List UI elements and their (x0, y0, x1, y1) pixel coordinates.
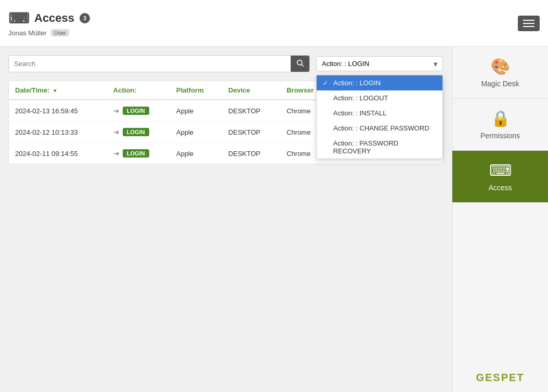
hamburger-line-3 (523, 26, 534, 27)
col-action-label: Action: (113, 86, 137, 94)
col-action: Action: (107, 81, 170, 100)
cell-action-0: ➜ LOGIN (107, 100, 170, 122)
app-header: ⌨ Access 3 Jonas Müller User (0, 0, 548, 47)
toolbar: Action: : LOGIN Action: : LOGOUT Action:… (8, 55, 443, 72)
cell-device-1: DESKTOP (222, 122, 280, 143)
dropdown-item-change-password[interactable]: Action: : CHANGE PASSWORD (317, 121, 442, 136)
hamburger-line-1 (523, 20, 534, 21)
dropdown-item-logout[interactable]: Action: : LOGOUT (317, 90, 442, 106)
cell-platform-1: Apple (170, 122, 222, 143)
notification-badge: 3 (80, 13, 90, 23)
login-badge-1: LOGIN (123, 128, 149, 136)
login-badge-0: LOGIN (123, 107, 149, 115)
cell-device-2: DESKTOP (222, 143, 280, 164)
dropdown-install-label: Action: : INSTALL (333, 109, 386, 117)
main-layout: Action: : LOGIN Action: : LOGOUT Action:… (0, 47, 548, 392)
check-icon: ✓ (323, 80, 330, 87)
sidebar-item-permissions[interactable]: 🔒 Permissions (452, 99, 548, 151)
login-arrow-icon-1: ➜ (113, 128, 120, 136)
dropdown-logout-label: Action: : LOGOUT (333, 94, 388, 102)
svg-line-1 (302, 64, 304, 67)
sort-icon: ▼ (53, 88, 58, 94)
action-filter-wrapper: Action: : LOGIN Action: : LOGOUT Action:… (316, 56, 443, 71)
header-left: ⌨ Access 3 Jonas Müller User (8, 10, 90, 37)
access-keyboard-icon: ⌨ (489, 161, 512, 179)
search-input[interactable] (9, 57, 291, 71)
sidebar-item-access[interactable]: ⌨ Access (452, 151, 548, 203)
app-title: Access (34, 11, 74, 25)
col-device-label: Device (228, 86, 250, 94)
action-dropdown: ✓ Action: : LOGIN Action: : LOGOUT Actio… (316, 75, 443, 159)
user-role-badge: User (51, 29, 69, 36)
dropdown-item-install[interactable]: Action: : INSTALL (317, 106, 442, 121)
dropdown-password-recovery-label: Action: : PASSWORD RECOVERY (333, 139, 436, 155)
hamburger-line-2 (523, 23, 534, 24)
dropdown-login-label: Action: : LOGIN (333, 79, 381, 87)
login-arrow-icon-0: ➜ (113, 107, 120, 115)
cell-datetime-2: 2024-02-11 09:14:55 (9, 143, 107, 164)
sidebar-magic-desk-label: Magic Desk (481, 80, 519, 88)
col-browser-label: Browser (286, 86, 314, 94)
search-container (8, 55, 310, 72)
cell-platform-2: Apple (170, 143, 222, 164)
col-datetime-label: Date/Time: (15, 86, 49, 94)
cell-datetime-0: 2024-02-13 16:59:45 (9, 100, 107, 122)
cell-platform-0: Apple (170, 100, 222, 122)
user-row: Jonas Müller User (8, 29, 90, 37)
cell-device-0: DESKTOP (222, 100, 280, 122)
palette-icon: 🎨 (491, 57, 510, 75)
lock-icon: 🔒 (491, 109, 510, 127)
cell-action-1: ➜ LOGIN (107, 122, 170, 143)
keyboard-icon: ⌨ (8, 10, 29, 27)
gespet-logo: GESPET (452, 363, 548, 392)
cell-datetime-1: 2024-02-12 10:13:33 (9, 122, 107, 143)
cell-action-2: ➜ LOGIN (107, 143, 170, 164)
hamburger-button[interactable] (518, 16, 540, 31)
sidebar: 🎨 Magic Desk 🔒 Permissions ⌨ Access GESP… (452, 47, 548, 392)
col-datetime[interactable]: Date/Time: ▼ (9, 81, 107, 100)
dropdown-item-login[interactable]: ✓ Action: : LOGIN (317, 75, 442, 90)
col-device: Device (222, 81, 280, 100)
dropdown-item-password-recovery[interactable]: Action: : PASSWORD RECOVERY (317, 136, 442, 159)
sidebar-access-label: Access (488, 184, 512, 192)
search-icon (296, 59, 304, 67)
search-button[interactable] (291, 56, 309, 72)
svg-point-0 (297, 60, 302, 65)
action-filter-select[interactable]: Action: : LOGIN Action: : LOGOUT Action:… (316, 56, 443, 71)
col-platform-label: Platform (176, 86, 204, 94)
col-platform: Platform (170, 81, 222, 100)
sidebar-item-magic-desk[interactable]: 🎨 Magic Desk (452, 47, 548, 99)
login-arrow-icon-2: ➜ (113, 149, 120, 158)
header-title: ⌨ Access 3 (8, 10, 90, 27)
content-area: Action: : LOGIN Action: : LOGOUT Action:… (0, 47, 452, 392)
username-label: Jonas Müller (8, 29, 47, 37)
login-badge-2: LOGIN (123, 149, 149, 158)
dropdown-change-password-label: Action: : CHANGE PASSWORD (333, 124, 429, 132)
sidebar-permissions-label: Permissions (480, 132, 520, 140)
